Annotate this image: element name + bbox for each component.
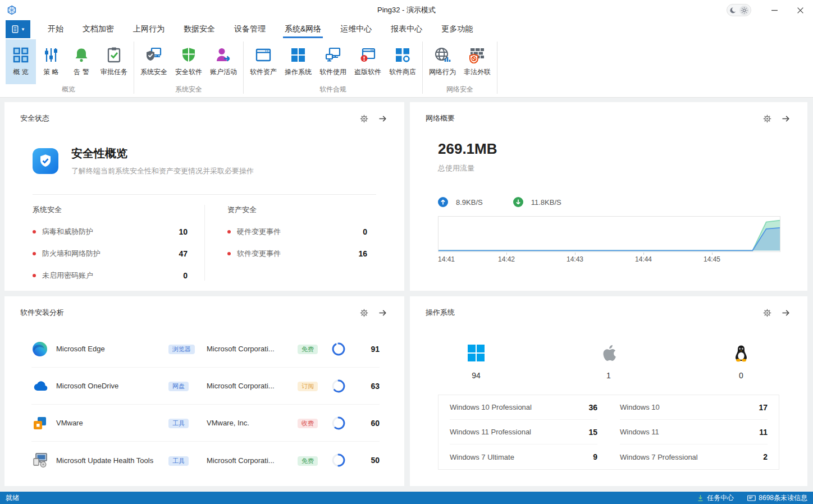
ribbon-item-network-behavior[interactable]: 网络行为 xyxy=(425,39,460,84)
ribbon-item-operating-system[interactable]: 操作系统 xyxy=(281,39,316,84)
arrow-right-icon[interactable] xyxy=(378,308,387,318)
tab-more-features[interactable]: 更多功能 xyxy=(432,20,482,38)
panel-title: 软件安装分析 xyxy=(20,308,64,318)
gear-icon[interactable] xyxy=(762,308,772,318)
upload-speed: 8.9KB/S xyxy=(456,198,483,207)
alert-dot-icon xyxy=(227,230,231,233)
ribbon-separator xyxy=(422,42,423,94)
ribbon-item-software-usage[interactable]: 软件使用 xyxy=(316,39,350,84)
sun-icon[interactable] xyxy=(739,6,749,15)
os-family-count: 94 xyxy=(472,371,481,380)
ribbon-item-security-software[interactable]: 安全软件 xyxy=(171,39,206,84)
stat-row-firewall-network: 防火墙和网络防护 47 xyxy=(33,249,188,259)
category-badge: 浏览器 xyxy=(168,345,195,354)
gear-icon[interactable] xyxy=(762,114,772,123)
install-count: 50 xyxy=(354,456,380,465)
tab-start[interactable]: 开始 xyxy=(38,20,73,38)
axis-label: 14:44 xyxy=(635,255,652,263)
section-title-system-security: 系统安全 xyxy=(33,205,188,215)
unread-messages-button[interactable]: 8698条未读信息 xyxy=(747,493,807,503)
tab-data-security[interactable]: 数据安全 xyxy=(174,20,225,38)
alert-dot-icon xyxy=(33,274,36,277)
tab-web-behavior[interactable]: 上网行为 xyxy=(124,20,174,38)
software-row-update-health-tools[interactable]: Microsoft Update Health Tools 工具 Microso… xyxy=(31,442,380,479)
ribbon-item-policy[interactable]: 策 略 xyxy=(36,39,66,84)
ribbon-item-pirated-software[interactable]: 盗版软件 xyxy=(350,39,385,84)
gear-icon[interactable] xyxy=(359,308,369,318)
onedrive-cloud-icon xyxy=(31,378,48,395)
software-store-icon xyxy=(394,47,411,63)
price-badge: 订阅 xyxy=(298,382,318,391)
security-software-shield-icon xyxy=(180,47,197,63)
moon-icon[interactable] xyxy=(729,6,737,15)
security-overview-title: 安全性概览 xyxy=(71,146,254,161)
ribbon-group-label: 软件合规 xyxy=(245,85,421,97)
ribbon-separator xyxy=(497,42,497,94)
theme-toggle[interactable] xyxy=(727,4,751,16)
ribbon-item-account-activity[interactable]: 账户活动 xyxy=(206,39,241,84)
arrow-right-icon[interactable] xyxy=(781,308,791,318)
panel-title: 安全状态 xyxy=(20,113,49,123)
ribbon-item-software-store[interactable]: 软件商店 xyxy=(385,39,420,84)
software-row-edge[interactable]: Microsoft Edge 浏览器 Microsoft Corporati..… xyxy=(31,331,380,368)
ribbon-group-label: 系统安全 xyxy=(135,85,242,97)
install-count: 63 xyxy=(354,382,380,391)
ribbon-item-alerts[interactable]: 告 警 xyxy=(66,39,97,84)
ribbon-group-label: 网络安全 xyxy=(424,85,496,97)
software-row-vmware[interactable]: VMware 工具 VMware, Inc. 收费 60 xyxy=(31,405,380,442)
tab-report-center[interactable]: 报表中心 xyxy=(381,20,432,38)
windows-logo-icon xyxy=(465,342,487,364)
stat-row-no-password-account: 未启用密码账户 0 xyxy=(33,271,188,281)
apple-logo-icon xyxy=(598,342,619,364)
statusbar: 就绪 任务中心 8698条未读信息 xyxy=(0,492,813,504)
tab-system-network[interactable]: 系统&网络 xyxy=(275,20,331,38)
software-row-onedrive[interactable]: Microsoft OneDrive 网盘 Microsoft Corporat… xyxy=(31,368,380,405)
arrow-right-icon[interactable] xyxy=(781,114,791,123)
category-badge: 工具 xyxy=(168,419,189,428)
axis-label: 14:42 xyxy=(498,255,515,263)
task-center-button[interactable]: 任务中心 xyxy=(697,493,734,503)
edge-browser-icon xyxy=(31,341,48,358)
system-security-icon xyxy=(145,47,162,63)
ribbon-group-software-compliance: 软件资产 操作系统 软件使用 盗版软件 软件商店 软件合规 xyxy=(245,38,421,97)
total-traffic-value: 269.1MB xyxy=(438,140,807,158)
tab-doc-encryption[interactable]: 文档加密 xyxy=(73,20,124,38)
os-table-row: Windows 11 11 xyxy=(620,420,768,445)
ribbon-separator xyxy=(243,42,244,94)
install-ratio-ring xyxy=(331,342,354,356)
minimize-button[interactable] xyxy=(761,0,787,20)
os-family-apple: 1 xyxy=(542,342,675,380)
install-count: 60 xyxy=(354,419,380,428)
ribbon-item-software-asset[interactable]: 软件资产 xyxy=(246,39,281,84)
main-menu-button[interactable]: ▼ xyxy=(6,20,30,38)
ribbon-item-overview[interactable]: 概 览 xyxy=(6,39,36,84)
price-badge: 收费 xyxy=(298,419,318,428)
gear-icon[interactable] xyxy=(359,114,369,123)
os-family-linux: 0 xyxy=(675,342,807,380)
os-table-row: Windows 11 Professional 15 xyxy=(450,420,597,445)
axis-tick xyxy=(712,253,712,255)
axis-label: 14:43 xyxy=(567,255,583,263)
vmware-icon xyxy=(31,415,48,432)
tab-device-management[interactable]: 设备管理 xyxy=(225,20,275,38)
price-badge: 免费 xyxy=(298,456,318,466)
ribbon-item-approval-tasks[interactable]: 审批任务 xyxy=(97,39,131,84)
pirated-software-icon xyxy=(359,47,376,63)
close-button[interactable] xyxy=(787,0,813,20)
ribbon: 概 览 策 略 告 警 审批任务 概览 系统安全 xyxy=(0,38,813,98)
os-table-row: Windows 10 17 xyxy=(620,395,768,420)
os-table-row: Windows 7 Professional 2 xyxy=(620,445,768,469)
ribbon-item-system-security[interactable]: 系统安全 xyxy=(136,39,171,84)
alert-dot-icon xyxy=(227,252,231,255)
panel-software-install-analysis: 软件安装分析 Microsoft Edge 浏览器 Microsoft Corp… xyxy=(4,296,404,486)
tab-ops-center[interactable]: 运维中心 xyxy=(331,20,381,38)
ribbon-item-illegal-connection[interactable]: 非法外联 xyxy=(460,39,495,84)
os-windows-icon xyxy=(290,47,307,63)
security-shield-icon xyxy=(33,148,58,174)
upload-arrow-icon xyxy=(438,197,448,207)
account-activity-icon xyxy=(215,47,232,63)
policy-sliders-icon xyxy=(43,47,60,63)
overview-grid-icon xyxy=(12,47,29,63)
total-traffic-label: 总使用流量 xyxy=(438,163,807,173)
arrow-right-icon[interactable] xyxy=(378,114,387,123)
